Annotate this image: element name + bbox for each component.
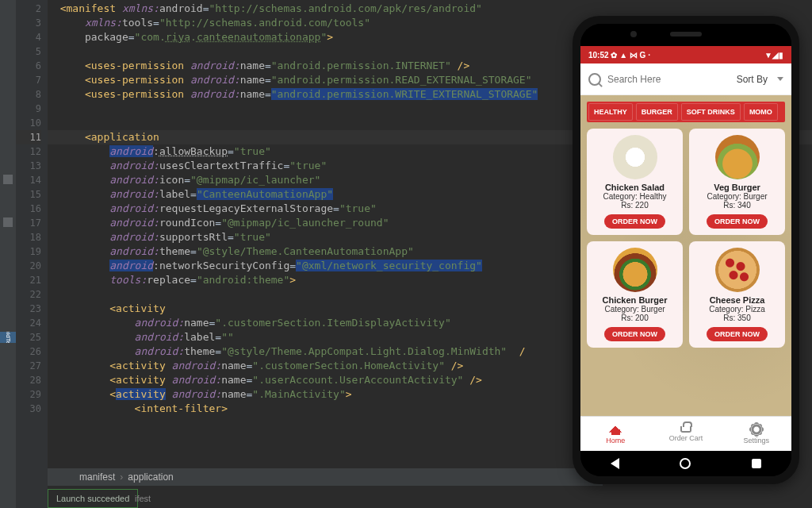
category-chip[interactable]: BURGER bbox=[636, 103, 678, 121]
nav-settings[interactable]: Settings bbox=[721, 417, 791, 451]
category-chip-row[interactable]: HEALTHYBURGERSOFT DRINKSMOMO bbox=[587, 102, 785, 122]
search-icon[interactable] bbox=[588, 73, 601, 86]
product-card[interactable]: Cheese Pizza Category: Pizza Rs: 350 ORD… bbox=[689, 241, 785, 348]
home-button[interactable] bbox=[680, 458, 691, 469]
category-chip[interactable]: MOMO bbox=[744, 103, 778, 121]
breadcrumb-item[interactable]: manifest bbox=[79, 471, 115, 483]
product-category: Category: Pizza bbox=[694, 305, 780, 314]
chevron-right-icon: › bbox=[120, 471, 123, 483]
cart-icon bbox=[680, 426, 691, 433]
product-price: Rs: 350 bbox=[694, 314, 780, 322]
product-name: Veg Burger bbox=[694, 183, 780, 192]
product-category: Category: Healthy bbox=[592, 192, 678, 201]
gutter-image-icon[interactable] bbox=[3, 217, 13, 227]
product-category: Category: Burger bbox=[694, 192, 780, 201]
product-grid[interactable]: Chicken Salad Category: Healthy Rs: 220 … bbox=[587, 129, 785, 348]
product-category: Category: Burger bbox=[592, 305, 678, 314]
status-icons: ✿ ▲ ⋈ G · bbox=[611, 51, 650, 60]
gutter-image-icon[interactable] bbox=[3, 175, 13, 184]
product-card[interactable]: Veg Burger Category: Burger Rs: 340 ORDE… bbox=[689, 129, 785, 235]
product-card[interactable]: Chicken Salad Category: Healthy Rs: 220 … bbox=[587, 129, 683, 235]
bottom-nav: Home Order Cart Settings bbox=[580, 416, 791, 451]
product-price: Rs: 340 bbox=[694, 201, 780, 210]
order-now-button[interactable]: ORDER NOW bbox=[604, 327, 665, 341]
phone-notch bbox=[580, 24, 791, 46]
product-image bbox=[613, 135, 657, 179]
status-launch-succeeded[interactable]: Launch succeeded bbox=[48, 489, 138, 508]
order-now-button[interactable]: ORDER NOW bbox=[604, 214, 665, 229]
product-name: Chicken Salad bbox=[592, 183, 678, 192]
chevron-down-icon[interactable] bbox=[777, 77, 783, 81]
home-icon bbox=[609, 424, 622, 435]
product-image bbox=[715, 248, 760, 292]
order-now-button[interactable]: ORDER NOW bbox=[707, 214, 768, 229]
sort-by-dropdown[interactable]: Sort By bbox=[737, 74, 768, 85]
gear-icon bbox=[751, 424, 762, 435]
product-price: Rs: 200 bbox=[592, 314, 678, 322]
breadcrumb-item[interactable]: application bbox=[128, 471, 173, 483]
product-name: Cheese Pizza bbox=[694, 295, 780, 305]
recents-button[interactable] bbox=[752, 459, 761, 468]
emulator-device-frame: 10:52 ✿ ▲ ⋈ G · ▼◢▮ Sort By HEALTHYBURGE… bbox=[573, 16, 799, 484]
nav-home[interactable]: Home bbox=[580, 417, 651, 451]
product-card[interactable]: Chicken Burger Category: Burger Rs: 200 … bbox=[587, 241, 683, 348]
back-button[interactable] bbox=[611, 458, 619, 469]
app-content[interactable]: HEALTHYBURGERSOFT DRINKSMOMO Chicken Sal… bbox=[580, 95, 791, 416]
line-number-gutter[interactable]: 2345678910111213141516171819202122232425… bbox=[16, 0, 48, 508]
product-price: Rs: 220 bbox=[592, 201, 678, 210]
status-tail-text: ifest bbox=[135, 489, 151, 508]
product-image bbox=[613, 248, 657, 292]
search-bar: Sort By bbox=[580, 64, 791, 95]
android-system-nav bbox=[580, 451, 791, 476]
category-chip[interactable]: HEALTHY bbox=[588, 103, 633, 121]
breadcrumb[interactable]: manifest › application bbox=[48, 468, 603, 486]
signal-battery-icons: ▼◢▮ bbox=[764, 51, 783, 60]
gutter-margin bbox=[0, 0, 16, 508]
android-status-bar: 10:52 ✿ ▲ ⋈ G · ▼◢▮ bbox=[580, 46, 791, 64]
category-chip[interactable]: SOFT DRINKS bbox=[681, 103, 741, 121]
side-tool-tab[interactable]: oidTe bbox=[0, 332, 16, 343]
search-input[interactable] bbox=[607, 74, 737, 85]
clock-text: 10:52 bbox=[588, 51, 609, 60]
product-name: Chicken Burger bbox=[592, 295, 678, 305]
order-now-button[interactable]: ORDER NOW bbox=[707, 327, 768, 341]
product-image bbox=[715, 135, 760, 179]
nav-order-cart[interactable]: Order Cart bbox=[651, 417, 722, 451]
